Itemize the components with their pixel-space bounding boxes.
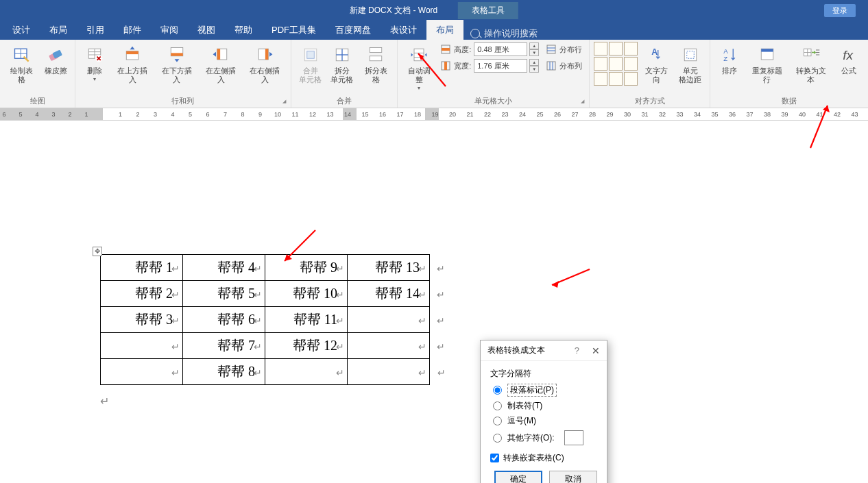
cell-size-dialog-launcher[interactable] [578, 97, 587, 106]
tab-design[interactable]: 设计 [3, 20, 40, 40]
align-tr[interactable] [624, 42, 638, 55]
sort-button[interactable]: AZ 排序 [714, 42, 745, 75]
table-cell[interactable]: ↵ [101, 359, 183, 385]
formula-button[interactable]: fx 公式 [834, 42, 864, 75]
tab-pdf[interactable]: PDF工具集 [262, 20, 326, 40]
distribute-cols-button[interactable]: 分布列 [543, 58, 585, 73]
text-direction-button[interactable]: A 文字方向 [639, 42, 674, 84]
insert-above-button[interactable]: 在上方插入 [111, 42, 154, 84]
align-tc[interactable] [609, 42, 623, 55]
table-cell[interactable]: ↵ [348, 333, 430, 359]
insert-below-button[interactable]: 在下方插入 [156, 42, 198, 84]
dialog-close-button[interactable]: ✕ [592, 345, 600, 356]
tab-help[interactable]: 帮助 [225, 20, 262, 40]
tab-table-layout[interactable]: 布局 [426, 20, 463, 40]
radio-tab-input[interactable] [493, 401, 502, 410]
table-cell[interactable]: ↵ [348, 359, 430, 385]
split-table-button[interactable]: 拆分表格 [359, 42, 394, 84]
table-cell[interactable]: 帮帮 14↵ [348, 281, 430, 307]
table-cell[interactable]: 帮帮 3↵ [101, 307, 183, 333]
align-bl[interactable] [594, 72, 607, 86]
tab-table-design[interactable]: 表设计 [381, 20, 426, 40]
table-cell[interactable]: ↵ [265, 359, 348, 385]
tab-page-layout[interactable]: 布局 [40, 20, 77, 40]
convert-to-text-button[interactable]: 转换为文本 [790, 42, 832, 84]
sort-icon: AZ [719, 44, 740, 66]
table-cell[interactable]: 帮帮 8↵ [183, 359, 265, 385]
radio-paragraph-input[interactable] [493, 386, 502, 395]
text-direction-icon: A [646, 44, 668, 66]
table-cell[interactable]: 帮帮 5↵ [183, 281, 265, 307]
annotation-arrow-3 [274, 223, 329, 271]
insert-right-button[interactable]: 在右侧插入 [243, 42, 286, 84]
table-cell[interactable]: 帮帮 7↵ [183, 333, 265, 359]
svg-rect-25 [370, 48, 382, 53]
distribute-rows-button[interactable]: 分布行 [543, 42, 585, 57]
tab-baidu[interactable]: 百度网盘 [326, 20, 381, 40]
convert-nested-check[interactable]: 转换嵌套表格(C) [490, 452, 597, 464]
radio-comma[interactable]: 逗号(M) [493, 415, 594, 427]
table-cell[interactable]: 帮帮 13↵ [348, 255, 430, 281]
draw-table-button[interactable]: 绘制表格 [4, 42, 39, 84]
align-mr[interactable] [624, 57, 638, 71]
align-bc[interactable] [609, 72, 623, 86]
eraser-button[interactable]: 橡皮擦 [40, 42, 71, 75]
horizontal-ruler[interactable]: 6543211234567891011121314151617181920212… [0, 108, 868, 121]
convert-table-dialog: 表格转换成文本 ? ✕ 文字分隔符 段落标记(P) 制表符(T) 逗号(M) [480, 340, 607, 483]
split-cells-button[interactable]: 拆分 单元格 [327, 42, 357, 84]
convert-nested-input[interactable] [490, 454, 499, 462]
ok-button[interactable]: 确定 [494, 471, 542, 483]
height-spinner[interactable]: ▲▼ [529, 42, 539, 56]
table-cell[interactable]: 帮帮 4↵ [183, 255, 265, 281]
cancel-button[interactable]: 取消 [549, 471, 597, 483]
group-rows-cols-label: 行和列 [80, 95, 286, 108]
radio-tab[interactable]: 制表符(T) [493, 400, 594, 412]
convert-to-text-icon [800, 44, 822, 66]
group-alignment-label: 对齐方式 [594, 95, 706, 108]
table-cell[interactable]: 帮帮 12↵ [265, 333, 348, 359]
group-merge: 合并 单元格 拆分 单元格 拆分表格 合并 [291, 40, 398, 108]
radio-other[interactable]: 其他字符(O): [493, 430, 594, 445]
tab-references[interactable]: 引用 [77, 20, 114, 40]
table-cell[interactable]: 帮帮 10↵ [265, 281, 348, 307]
align-tl[interactable] [594, 42, 607, 55]
delete-icon [84, 44, 106, 66]
align-mc[interactable] [609, 57, 623, 71]
height-input[interactable]: 0.48 厘米 [474, 42, 527, 56]
other-char-input[interactable] [564, 430, 583, 445]
tell-me-label: 操作说明搜索 [484, 27, 538, 40]
tell-me[interactable]: 操作说明搜索 [470, 27, 538, 40]
row-end-mark: ↵ [430, 281, 446, 307]
login-button[interactable]: 登录 [824, 4, 856, 17]
tab-mail[interactable]: 邮件 [114, 20, 151, 40]
width-spinner[interactable]: ▲▼ [529, 59, 539, 73]
table-cell[interactable]: 帮帮 2↵ [101, 281, 183, 307]
cell-margin-button[interactable]: 单元 格边距 [675, 42, 706, 84]
row-end-mark: ↵ [430, 359, 446, 385]
repeat-header-button[interactable]: 重复标题行 [746, 42, 788, 84]
table-cell[interactable]: ↵ [348, 307, 430, 333]
tab-view[interactable]: 视图 [188, 20, 225, 40]
title-bar: 新建 DOCX 文档 - Word 表格工具 登录 [0, 0, 868, 21]
dialog-help-button[interactable]: ? [575, 345, 579, 356]
table-cell[interactable]: 帮帮 1↵ [101, 255, 183, 281]
page-content: ✥ 帮帮 1↵帮帮 4↵帮帮 9↵帮帮 13↵↵帮帮 2↵帮帮 5↵帮帮 10↵… [100, 254, 446, 408]
document-area[interactable]: ✥ 帮帮 1↵帮帮 4↵帮帮 9↵帮帮 13↵↵帮帮 2↵帮帮 5↵帮帮 10↵… [0, 121, 868, 483]
radio-comma-input[interactable] [493, 417, 502, 425]
tab-review[interactable]: 审阅 [151, 20, 188, 40]
svg-line-56 [810, 106, 828, 148]
align-br[interactable] [624, 72, 638, 86]
width-input[interactable]: 1.76 厘米 [474, 59, 527, 73]
table-cell[interactable]: ↵ [101, 333, 183, 359]
repeat-header-icon [756, 44, 778, 66]
radio-paragraph[interactable]: 段落标记(P) [493, 384, 594, 397]
align-ml[interactable] [594, 57, 607, 71]
delete-button[interactable]: 删除 [80, 42, 110, 82]
dialog-title-bar[interactable]: 表格转换成文本 ? ✕ [481, 340, 607, 361]
word-table[interactable]: 帮帮 1↵帮帮 4↵帮帮 9↵帮帮 13↵↵帮帮 2↵帮帮 5↵帮帮 10↵帮帮… [100, 254, 446, 385]
rows-cols-dialog-launcher[interactable] [280, 97, 289, 106]
table-cell[interactable]: 帮帮 11↵ [265, 307, 348, 333]
radio-other-input[interactable] [493, 434, 502, 443]
insert-left-button[interactable]: 在左侧插入 [200, 42, 242, 84]
table-cell[interactable]: 帮帮 6↵ [183, 307, 265, 333]
